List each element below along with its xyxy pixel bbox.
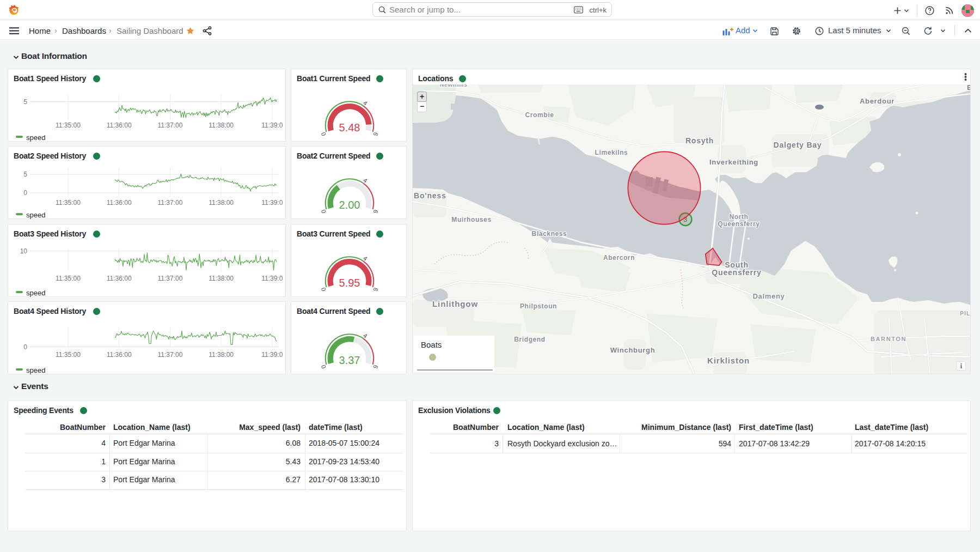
svg-text:11:38:00: 11:38:00 [209, 351, 234, 359]
svg-text:5: 5 [23, 98, 27, 106]
svg-text:11:36:00: 11:36:00 [107, 275, 132, 282]
svg-text:11:38:00: 11:38:00 [209, 275, 234, 282]
svg-text:11:37:00: 11:37:00 [157, 351, 182, 359]
svg-text:5: 5 [23, 171, 27, 178]
svg-text:11:35:00: 11:35:00 [56, 275, 81, 282]
svg-text:Queensferry: Queensferry [712, 268, 761, 277]
svg-text:Abercorn: Abercorn [603, 254, 635, 262]
svg-text:6: 6 [372, 287, 379, 292]
svg-text:Limekilns: Limekilns [595, 149, 628, 156]
svg-text:Inverkeithing: Inverkeithing [709, 158, 758, 166]
svg-text:Rosyth: Rosyth [685, 136, 714, 145]
svg-text:speed: speed [26, 211, 45, 219]
svg-text:Muirhouses: Muirhouses [451, 216, 491, 223]
svg-text:0: 0 [23, 343, 27, 351]
svg-text:Linlithgow: Linlithgow [432, 299, 478, 308]
svg-text:11:38:00: 11:38:00 [209, 199, 234, 207]
svg-text:3.37: 3.37 [339, 354, 360, 366]
svg-text:0: 0 [320, 131, 327, 137]
svg-text:11:37:00: 11:37:00 [157, 275, 182, 282]
svg-text:speed: speed [26, 134, 45, 142]
svg-text:6: 6 [372, 209, 379, 214]
svg-text:11:37:00: 11:37:00 [157, 199, 182, 207]
svg-text:Kirkliston: Kirkliston [707, 356, 750, 365]
svg-text:speed: speed [26, 366, 45, 374]
svg-text:2.00: 2.00 [339, 199, 360, 211]
svg-text:11:39:0: 11:39:0 [261, 199, 283, 207]
svg-text:6: 6 [372, 131, 379, 137]
svg-text:Aberdour: Aberdour [860, 97, 895, 105]
svg-text:11:38:00: 11:38:00 [209, 122, 234, 129]
svg-text:11:36:00: 11:36:00 [107, 122, 132, 129]
svg-text:Bridgend: Bridgend [514, 336, 545, 343]
svg-text:11:39:0: 11:39:0 [261, 275, 283, 282]
svg-text:Winchburgh: Winchburgh [610, 346, 656, 354]
svg-text:0: 0 [23, 189, 27, 197]
svg-text:6: 6 [372, 364, 379, 369]
svg-text:PILTON: PILTON [960, 310, 971, 317]
svg-text:0: 0 [320, 287, 327, 292]
svg-text:11:36:00: 11:36:00 [107, 351, 132, 359]
svg-text:Queensferry: Queensferry [718, 220, 759, 228]
svg-text:speed: speed [26, 289, 45, 297]
svg-text:11:37:00: 11:37:00 [157, 122, 182, 129]
svg-text:11:39:0: 11:39:0 [261, 351, 283, 359]
svg-text:11:36:00: 11:36:00 [107, 199, 132, 207]
svg-text:North: North [730, 213, 749, 221]
svg-text:11:35:00: 11:35:00 [56, 122, 81, 129]
svg-text:Dalmeny: Dalmeny [752, 292, 785, 300]
svg-text:10: 10 [20, 247, 28, 255]
svg-text:Dalgety Bay: Dalgety Bay [774, 141, 822, 149]
svg-text:5.95: 5.95 [339, 277, 360, 289]
svg-text:11:39:0: 11:39:0 [261, 122, 283, 129]
svg-text:Philpstoun: Philpstoun [520, 302, 557, 310]
svg-text:0: 0 [320, 364, 327, 369]
svg-text:0: 0 [320, 209, 327, 214]
svg-text:Crombie: Crombie [525, 111, 554, 119]
svg-text:11:35:00: 11:35:00 [56, 199, 81, 207]
svg-text:Bo'ness: Bo'ness [414, 191, 446, 200]
svg-text:11:35:00: 11:35:00 [56, 351, 81, 359]
svg-text:Burntisland: Burntisland [967, 84, 971, 92]
svg-text:5.48: 5.48 [339, 122, 360, 134]
svg-text:BARNTON: BARNTON [871, 336, 906, 342]
svg-text:Newmills: Newmills [440, 84, 468, 88]
svg-text:Blackness: Blackness [532, 230, 567, 238]
